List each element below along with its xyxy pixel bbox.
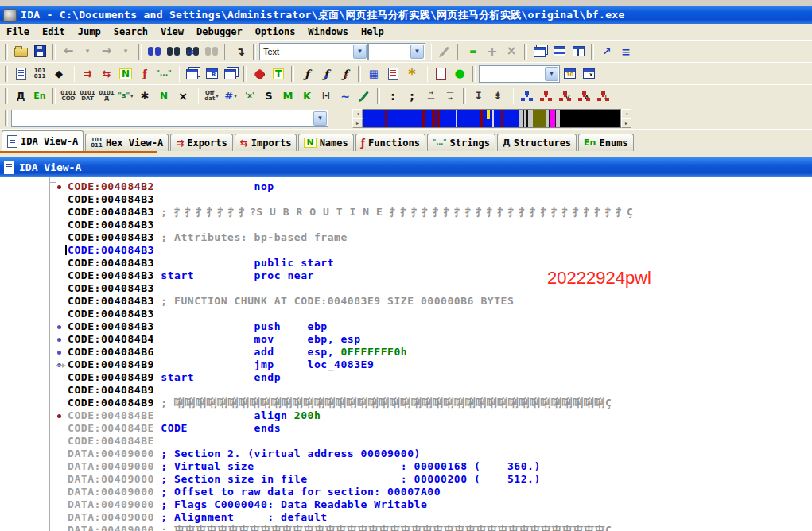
search-binary-button[interactable]: 101	[183, 43, 202, 60]
make-struct-button[interactable]: 0101Д	[97, 87, 116, 105]
navigation-band[interactable]	[363, 109, 621, 128]
colon-comment-button[interactable]: :	[383, 87, 402, 105]
make-data-button[interactable]: 0101DAT	[78, 87, 97, 105]
clear-mark-button[interactable]: ▬	[464, 43, 483, 60]
create-function-button[interactable]: ƒ	[297, 65, 317, 83]
back-button[interactable]: ←	[59, 43, 78, 60]
jump-address-combo-dropdown-icon[interactable]: ▼	[313, 111, 327, 126]
anterior-comment-button[interactable]: →┄┄	[422, 87, 441, 105]
sp-change-button[interactable]: ↧	[469, 87, 488, 105]
user-xrefs-button[interactable]: ↓	[593, 87, 612, 105]
jump-address-combo[interactable]: ▼	[11, 110, 328, 127]
add-mark-button[interactable]: +	[483, 43, 502, 60]
run-button[interactable]: ●	[450, 65, 469, 83]
structures-button[interactable]: Д	[11, 87, 30, 105]
code-line[interactable]: CODE:004084B9 jmp loc_4083E9	[0, 359, 812, 371]
code-line[interactable]: DATA:00409000 ; Flags C0000040: Data Rea…	[0, 498, 812, 511]
exports-button[interactable]: ⇉	[78, 65, 97, 83]
eraser-button[interactable]	[435, 43, 454, 60]
repeatable-comment-button[interactable]: ;	[402, 87, 422, 105]
navband-scroll-right-left[interactable]: ◂	[621, 109, 631, 118]
make-array-button[interactable]: ∗	[135, 87, 154, 105]
color-instruction-button[interactable]	[250, 65, 269, 83]
tab-ida-view[interactable]: IDA View-A	[2, 130, 84, 151]
code-line[interactable]: CODE:004084B3	[0, 282, 812, 295]
menu-item-edit[interactable]: Edit	[36, 25, 72, 39]
search-direction-combo[interactable]: Text▼	[259, 43, 368, 60]
flush-idb-button[interactable]: ◆	[49, 65, 68, 83]
menu-item-view[interactable]: View	[154, 25, 190, 39]
patch-button[interactable]	[355, 87, 374, 105]
code-line[interactable]: CODE:004084B3	[0, 193, 812, 206]
strings-button[interactable]: "..."	[154, 65, 173, 83]
code-line[interactable]: CODE:004084B3 start proc near	[0, 269, 812, 282]
text-view-button[interactable]	[11, 65, 30, 83]
code-line[interactable]: CODE:004084B3 push ebp	[0, 320, 812, 333]
jump-next-button[interactable]: ↴	[231, 43, 250, 60]
make-code-button[interactable]: 0101COD	[59, 87, 78, 105]
number-button[interactable]: #▾	[221, 87, 240, 105]
forward-history-dropdown[interactable]: ▾	[116, 43, 135, 60]
menu-item-options[interactable]: Options	[249, 25, 302, 39]
navband-scroll-left-right[interactable]: ▸	[352, 118, 363, 128]
xrefs-from-button[interactable]: A	[574, 87, 593, 105]
enums-button[interactable]: En	[30, 87, 49, 105]
code-line[interactable]: CODE:004084B3 public start	[0, 257, 812, 269]
code-line[interactable]: CODE:004084B3	[0, 244, 812, 257]
menu-item-debugger[interactable]: Debugger	[190, 25, 249, 39]
windows-copy-button[interactable]	[221, 65, 240, 83]
window-activate-button[interactable]: ↗	[597, 43, 616, 60]
code-line[interactable]: DATA:00409000 ; 屯屯屯屯屯屯屯屯屯屯屯屯屯屯屯屯屯屯屯屯屯屯屯屯…	[0, 524, 812, 531]
code-line[interactable]: DATA:00409000 ; Virtual size : 00000168 …	[0, 460, 812, 473]
menu-item-file[interactable]: File	[0, 25, 36, 39]
forward-button[interactable]: →	[97, 43, 116, 60]
cascade-windows-button[interactable]	[530, 43, 550, 60]
code-line[interactable]: CODE:004084B3 ; 扌扌扌扌扌扌扌?S U B R O U T I …	[0, 206, 812, 219]
names-button[interactable]: N	[116, 65, 135, 83]
save-file-button[interactable]	[30, 43, 49, 60]
windows-list-button[interactable]: ≡	[616, 43, 635, 60]
functions-button[interactable]: ƒ	[135, 65, 154, 83]
tab-exports[interactable]: ⇉Exports	[170, 134, 233, 151]
tab-structures[interactable]: ДStructures	[497, 134, 577, 151]
menu-item-help[interactable]: Help	[355, 25, 390, 39]
close-window-button[interactable]: x	[579, 65, 598, 83]
string-literal-button[interactable]: "s"▾	[116, 87, 135, 105]
imports-button[interactable]: ⇆	[97, 65, 116, 83]
offset-button[interactable]: Offdat▾	[202, 87, 221, 105]
segments-button[interactable]	[431, 65, 450, 83]
search-unavailable-button[interactable]	[202, 43, 221, 60]
sp-auto-button[interactable]: ⇟	[488, 87, 507, 105]
menu-item-jump[interactable]: Jump	[72, 25, 107, 39]
tab-hex-view[interactable]: 101011Hex View-A	[85, 134, 169, 151]
code-line[interactable]: CODE:004084B3	[0, 308, 812, 320]
posterior-comment-button[interactable]: ┄┄→	[441, 87, 460, 105]
hex-view-button[interactable]: 101011	[30, 65, 49, 83]
code-line[interactable]: DATA:00409000 ; Offset to raw data for s…	[0, 486, 812, 498]
search-sequence-button[interactable]: A	[164, 43, 183, 60]
code-line[interactable]: CODE:004084B3 ; Attributes: bp-based fra…	[0, 231, 812, 244]
tab-enums[interactable]: EnEnums	[578, 134, 633, 151]
flow-chart-button[interactable]	[517, 87, 536, 105]
call-graph-button[interactable]	[536, 87, 555, 105]
segment-op-button[interactable]: S	[259, 87, 278, 105]
code-line[interactable]: CODE:004084B9 start endp	[0, 371, 812, 384]
script-file-button[interactable]	[383, 65, 402, 83]
back-history-dropdown[interactable]: ▾	[78, 43, 97, 60]
edit-function-button[interactable]: ƒ▪	[317, 65, 336, 83]
function-tails-button[interactable]: ƒt	[336, 65, 355, 83]
plugins-gear-button[interactable]: *	[402, 65, 422, 83]
t-marker-button[interactable]: T	[269, 65, 288, 83]
calculator-button[interactable]: ▦	[364, 65, 383, 83]
code-line[interactable]: CODE:004084B9 ; 唎唎唎唎唎唎唎唎唎唎唎唎唎唎唎唎唎唎唎唎唎唎唎唎…	[0, 397, 812, 409]
watch-combo-dropdown-icon[interactable]: ▼	[545, 67, 558, 81]
code-line[interactable]: CODE:004084B4 mov ebp, esp	[0, 333, 812, 346]
code-line[interactable]: DATA:00409000 ; Section size in file : 0…	[0, 473, 812, 486]
menu-item-search[interactable]: Search	[107, 25, 154, 39]
search-value-combo-dropdown-icon[interactable]: ▼	[410, 45, 424, 59]
window-r-button[interactable]: R	[202, 65, 221, 83]
code-line[interactable]: CODE:004084BE CODE ends	[0, 422, 812, 435]
code-line[interactable]: CODE:004084BE align 200h	[0, 409, 812, 422]
tab-imports[interactable]: ⇆Imports	[235, 134, 297, 151]
undefine-button[interactable]: ×	[173, 87, 192, 105]
